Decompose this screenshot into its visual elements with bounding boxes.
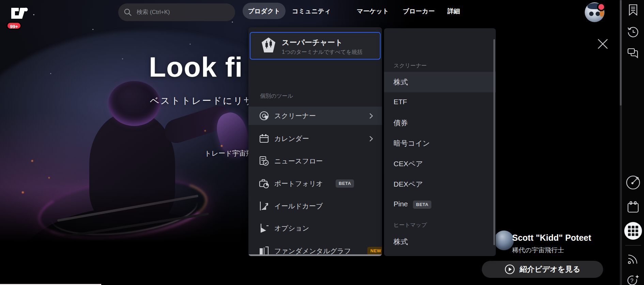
- grid-icon: [628, 226, 638, 236]
- history-clock-icon: [627, 27, 639, 38]
- menu-item-portfolio[interactable]: ポートフォリオ BETA: [248, 174, 382, 193]
- submenu-item-label: Pine: [394, 200, 408, 208]
- right-toolbar: ?: [622, 0, 644, 285]
- submenu-item-label: 債券: [394, 118, 408, 128]
- spark: [221, 145, 223, 147]
- streams-button[interactable]: [622, 253, 644, 265]
- menu-item-label: ポートフォリオ: [274, 179, 323, 188]
- hero-caption: トレード宇宙飛: [204, 149, 252, 158]
- screener-submenu: スクリーナー 株式 ETF 債券 暗号コイン CEXペア DEXペア Pine …: [384, 28, 496, 256]
- new-badge: NEW: [367, 247, 382, 255]
- submenu-scrollbar[interactable]: [493, 39, 495, 245]
- svg-text:?: ?: [630, 278, 633, 284]
- submenu-item-label: CEXペア: [394, 159, 423, 169]
- screener-icon: [259, 111, 269, 121]
- hero-subtitle: ベストトレードにリサ: [150, 95, 254, 107]
- nav-item-products[interactable]: プロダクト: [243, 3, 286, 19]
- notification-count-badge: 99+: [6, 22, 21, 30]
- help-button[interactable]: ?: [622, 274, 644, 285]
- options-icon: [259, 223, 269, 233]
- menu-item-label: スクリーナー: [274, 111, 316, 121]
- menu-item-sublabel: 1つのターミナルですべてを統括: [282, 49, 363, 56]
- toolbar-divider: [625, 245, 641, 246]
- calendar-icon: [259, 133, 269, 144]
- spark: [31, 160, 33, 162]
- submenu-item-bond-screener[interactable]: 債券: [384, 113, 496, 133]
- menu-item-yield-curves[interactable]: イールドカーブ: [248, 197, 382, 215]
- beta-badge: BETA: [413, 201, 431, 209]
- submenu-item-stock-screener[interactable]: 株式: [384, 72, 496, 92]
- profile-photo: [494, 231, 514, 250]
- submenu-item-cex-pairs-screener[interactable]: CEXペア: [384, 154, 496, 174]
- hero-title: Look fi: [149, 51, 243, 83]
- dropdown-scrollbar[interactable]: [248, 254, 382, 256]
- spark: [48, 177, 50, 178]
- calendar-icon: [627, 201, 639, 213]
- profile-role: 稀代の宇宙飛行士: [512, 246, 564, 255]
- submenu-item-pine-screener[interactable]: Pine BETA: [384, 194, 496, 215]
- signal-icon: [627, 253, 639, 265]
- section-header-heatmaps: ヒートマップ: [394, 222, 427, 229]
- tradingview-page: Look fi ベストトレードにリサ トレード宇宙飛 プロダクト コミュニティ …: [0, 0, 644, 285]
- menu-item-label: ニュースフロー: [274, 157, 323, 166]
- close-icon[interactable]: [597, 38, 609, 50]
- play-icon: [505, 264, 515, 274]
- page-scrollbar-thumb[interactable]: [620, 0, 622, 106]
- watchlist-icon: [628, 4, 638, 16]
- menu-item-supercharts[interactable]: スーパーチャート 1つのターミナルですべてを統括: [250, 32, 381, 60]
- submenu-item-etf-heatmap[interactable]: ETF: [384, 252, 496, 256]
- search-input[interactable]: [137, 9, 222, 16]
- portfolio-icon: [259, 178, 269, 189]
- submenu-item-label: DEXペア: [394, 179, 423, 189]
- submenu-item-crypto-coins-screener[interactable]: 暗号コイン: [384, 133, 496, 154]
- watch-intro-video-button[interactable]: 紹介ビデオを見る: [482, 261, 603, 278]
- watch-intro-video-label: 紹介ビデオを見る: [520, 264, 581, 274]
- yield-curves-icon: [259, 201, 269, 211]
- tradingview-logo[interactable]: [11, 7, 28, 20]
- submenu-item-label: ETF: [394, 98, 407, 106]
- products-dropdown: スーパーチャート 1つのターミナルですべてを統括 個別のツール スクリーナー: [248, 27, 382, 256]
- avatar-art: [589, 12, 594, 16]
- submenu-item-label: 株式: [394, 77, 408, 87]
- help-sparkle-icon: ?: [627, 274, 640, 285]
- search-bar[interactable]: [118, 3, 235, 21]
- menu-item-label: オプション: [274, 224, 309, 233]
- spark: [204, 130, 206, 131]
- nav-item-markets[interactable]: マーケット: [357, 0, 389, 22]
- notification-dot: [597, 3, 605, 11]
- nav-item-brokers[interactable]: ブローカー: [403, 0, 435, 22]
- nav-item-more[interactable]: 詳細: [447, 0, 460, 22]
- menu-item-screener[interactable]: スクリーナー: [248, 107, 382, 125]
- top-header: プロダクト コミュニティ マーケット ブローカー 詳細: [0, 0, 622, 22]
- menu-item-label: カレンダー: [274, 134, 309, 143]
- submenu-item-label: 暗号コイン: [394, 139, 430, 148]
- chat-icon: [627, 47, 639, 59]
- radar-icon: [626, 175, 641, 190]
- submenu-item-label: 株式: [394, 237, 408, 247]
- menu-item-label: イールドカーブ: [274, 202, 323, 211]
- search-icon: [124, 8, 132, 16]
- section-header-tools: 個別のツール: [260, 93, 293, 100]
- screener-sidebar-button[interactable]: [622, 175, 644, 190]
- beta-badge: BETA: [336, 179, 354, 188]
- watchlist-button[interactable]: [622, 4, 644, 16]
- heatmap-active-button[interactable]: [624, 222, 642, 240]
- submenu-item-etf-screener[interactable]: ETF: [384, 92, 496, 113]
- menu-item-fundamental-graphs[interactable]: ファンダメンタルグラフ NEW: [248, 242, 382, 256]
- news-flow-icon: [259, 156, 269, 166]
- calendar-sidebar-button[interactable]: [622, 201, 644, 213]
- submenu-item-stock-heatmap[interactable]: 株式: [384, 232, 496, 252]
- chevron-right-icon: [369, 113, 373, 119]
- menu-item-news-flow[interactable]: ニュースフロー: [248, 152, 382, 170]
- nav-item-community[interactable]: コミュニティ: [292, 0, 331, 22]
- menu-item-calendar[interactable]: カレンダー: [248, 129, 382, 148]
- menu-item-options[interactable]: オプション: [248, 219, 382, 237]
- section-header-screeners: スクリーナー: [394, 62, 427, 69]
- chevron-right-icon: [369, 136, 373, 142]
- supercharts-icon: [261, 37, 276, 53]
- submenu-item-dex-pairs-screener[interactable]: DEXペア: [384, 174, 496, 194]
- profile-name: Scott "Kidd" Poteet: [512, 233, 591, 243]
- chat-button[interactable]: [622, 47, 644, 59]
- menu-item-label: スーパーチャート: [282, 37, 343, 48]
- notifications-button[interactable]: [622, 27, 644, 38]
